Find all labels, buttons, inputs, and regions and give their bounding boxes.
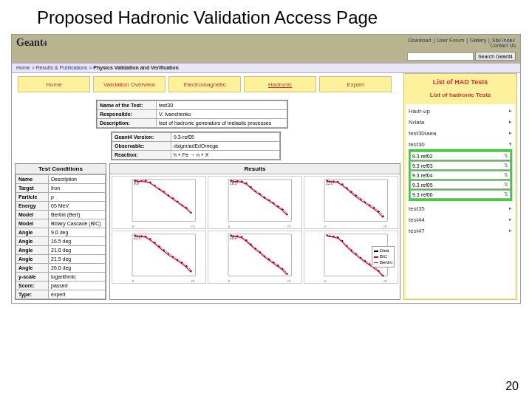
updown-icon: ⇅ [504,182,508,188]
cond-value: Bertini (Bert) [49,211,106,219]
field-label: Geant4 Version: [112,133,171,142]
side-title: List of HAD Tests [404,74,516,90]
cond-label: y-scale [16,273,49,282]
top-link[interactable]: Site Index [492,38,515,43]
side-category[interactable]: Ndata▸ [407,117,514,128]
site-banner: Geant4 Download | User Forum | Gallery |… [12,35,520,51]
svg-text:0: 0 [228,279,230,283]
updown-icon: ⇅ [504,163,508,168]
chevron-icon: ▸ [509,119,512,126]
field-value: test of hadronic generators of inelastic… [157,119,287,128]
result-plot[interactable]: 16.5° 0 70 [208,176,302,229]
side-category[interactable]: test35▸ [407,203,514,214]
svg-rect-36 [324,180,388,221]
browser-window: Geant4 Download | User Forum | Gallery |… [11,34,521,304]
contact-link[interactable]: Contact Us [407,43,516,48]
cond-label: Model [16,219,49,228]
conditions-box: Test Conditions NameDescriptionTargetIro… [15,163,106,300]
svg-text:9.0°: 9.0° [134,182,140,185]
cond-label: Energy [16,202,49,211]
nav-tab-home[interactable]: Home [18,76,90,92]
svg-text:0: 0 [324,225,326,228]
left-column: HomeValidation OverviewElectromagneticHa… [15,73,400,300]
cond-label: Angle [16,264,49,273]
top-link[interactable]: Download [408,38,431,43]
cond-label: Type: [16,290,49,299]
cond-label: Model [16,211,49,219]
result-plot[interactable]: 21.0° 0 70 [304,176,398,229]
nav-tab-validation-overview[interactable]: Validation Overview [93,76,166,92]
crumb-mid[interactable]: Results & Publications [36,65,88,70]
result-plot[interactable]: 21.5° 0 70 [112,231,206,284]
svg-text:0: 0 [132,225,134,228]
svg-text:0: 0 [228,225,230,228]
result-plot[interactable]: 9.0° 0 70 [112,176,206,229]
top-link[interactable]: User Forum [437,38,464,43]
results-box: Results 9.0° 0 70 16.5° 0 70 21.0° 0 70 … [109,163,400,300]
side-category[interactable]: test30Iaea▸ [407,128,514,139]
cond-label: Angle [16,237,49,246]
cond-value: 26.0 deg [49,264,106,273]
cond-label: Name [16,175,49,184]
top-link[interactable]: Gallery [470,38,486,43]
cond-label: Angle [16,255,49,264]
nav-tab-hadronic[interactable]: Hadronic [244,76,316,92]
field-value: test30 [157,101,287,110]
svg-text:0: 0 [324,279,326,283]
crumb-current: Physics Validation and Verification [93,65,179,70]
side-subitem[interactable]: 9.3 ref04⇅ [410,171,511,180]
svg-text:70: 70 [191,225,194,228]
side-category[interactable]: test44▸ [407,214,514,225]
side-panel: List of HAD Tests List of hadronic Tests… [403,73,517,300]
chevron-icon: ▸ [509,108,512,115]
result-plot[interactable]: 26.0° 0 70 [208,231,302,284]
updown-icon: ⇅ [504,172,508,178]
slide-title: Proposed Hadronic Validation Access Page [0,0,532,34]
nav-tab-electromagnetic[interactable]: Electromagnetic [168,76,241,92]
cond-value: 16.5 deg [49,237,106,246]
svg-text:70: 70 [287,225,290,228]
cond-value: Description [49,175,106,184]
search-input[interactable] [407,52,474,61]
side-list: Hadr-up▸Ndata▸test30Iaea▸test30▾9.3 ref0… [406,104,515,298]
field-value: 9.3-ref05 [171,133,280,142]
geant4-logo: Geant4 [16,37,47,49]
updown-icon: ⇅ [504,191,508,197]
side-subitem[interactable]: 9.3 ref06⇅ [410,190,511,199]
cond-label: Particle [16,193,49,202]
svg-text:0: 0 [132,279,134,283]
chevron-icon: ▸ [509,130,512,137]
updown-icon: ⇅ [504,153,508,159]
side-category[interactable]: Hadr-up▸ [407,106,514,117]
result-plot[interactable]: 0 70 Data BIC Bertini [304,231,398,284]
chevron-icon: ▸ [509,216,512,223]
side-sublist: 9.3 ref02⇅9.3 ref03⇅9.3 ref04⇅9.3 ref05⇅… [409,149,512,201]
conditions-header: Test Conditions [16,164,106,174]
svg-rect-18 [228,180,292,221]
svg-rect-54 [132,234,196,276]
field-value: V. Ivanchenko [157,110,287,119]
cond-label: Angle [16,246,49,255]
field-value: dsigm/adEdOmega [171,142,280,151]
side-category[interactable]: test47▸ [407,225,514,236]
cond-value: p [49,193,106,202]
cond-label: Target [16,184,49,193]
results-header: Results [110,164,400,174]
cond-value: Binary Cascade (BIC) [49,219,106,228]
cond-value: 9.0 deg [49,228,106,237]
side-category[interactable]: test30▾9.3 ref02⇅9.3 ref03⇅9.3 ref04⇅9.3… [407,139,514,203]
page-number: 20 [505,380,519,393]
test-info-box: Name of the Test:test30Responsible:V. Iv… [96,100,288,129]
side-subitem[interactable]: 9.3 ref03⇅ [410,161,511,170]
side-subitem[interactable]: 9.3 ref02⇅ [410,151,511,160]
breadcrumb: Home > Results & Publications > Physics … [12,63,520,73]
side-subtitle: List of hadronic Tests [404,90,516,103]
nav-tab-expert[interactable]: Expert [319,76,392,92]
side-subitem[interactable]: 9.3 ref05⇅ [410,180,511,189]
crumb-home[interactable]: Home [16,65,30,70]
search-button[interactable]: Search Geant4 [475,52,516,61]
plot-legend: Data BIC Bertini [372,246,395,267]
lower-row: Test Conditions NameDescriptionTargetIro… [15,163,400,300]
cond-value: 21.5 deg [49,255,106,264]
field-label: Name of the Test: [98,101,157,110]
